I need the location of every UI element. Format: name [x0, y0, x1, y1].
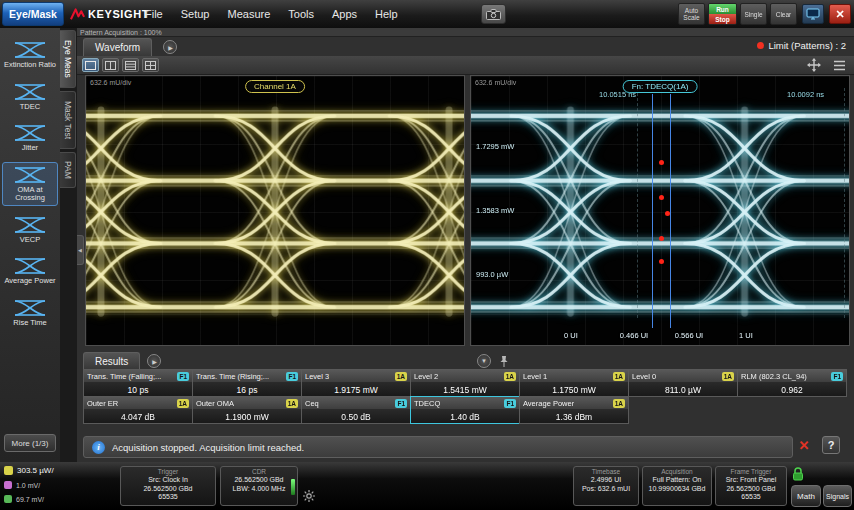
channel-scale-1a[interactable]: 303.5 µW/ — [4, 466, 54, 475]
lock-icon[interactable] — [792, 467, 804, 481]
pin-icon[interactable] — [499, 355, 509, 368]
layout-rows-button[interactable] — [122, 58, 139, 72]
help-button[interactable]: ? — [822, 436, 840, 454]
cdr-loop-bandwidth: LBW: 4.000 MHz — [221, 485, 297, 494]
screenshot-button[interactable] — [481, 4, 506, 24]
result-cell-outer-er[interactable]: Outer ER1A 4.047 dB — [83, 396, 193, 424]
info-icon: i — [92, 441, 105, 454]
source-badge-1a: 1A — [177, 399, 189, 408]
source-badge-channel-1a[interactable]: Channel 1A — [245, 80, 305, 93]
channel-scale-2[interactable]: 1.0 mV/ — [4, 481, 40, 489]
tab-waveform[interactable]: Waveform — [83, 38, 152, 56]
result-cell-ceq[interactable]: CeqF1 0.50 dB — [301, 396, 411, 424]
sidebar-item-oma-at-crossing[interactable]: OMA at Crossing — [2, 162, 58, 206]
timebase-panel[interactable]: Timebase 2.4996 UI Pos: 632.6 mUI — [573, 466, 639, 506]
result-cell-level-2[interactable]: Level 21A 1.5415 mW — [410, 369, 520, 397]
menu-measure[interactable]: Measure — [218, 5, 279, 23]
math-button[interactable]: Math — [791, 485, 821, 507]
signals-button[interactable]: Signals — [823, 485, 852, 507]
trigger-panel[interactable]: Trigger Src: Clock In 26.562500 GBd 6553… — [120, 466, 216, 506]
sidebar-item-extinction-ratio[interactable]: Extinction Ratio — [2, 37, 58, 73]
play-icon: ▶ — [168, 44, 173, 51]
sidebar-collapse-button[interactable]: ◀ — [77, 235, 84, 265]
sidebar-item-rise-time[interactable]: Rise Time — [2, 295, 58, 331]
result-cell-average-power[interactable]: Average Power1A 1.36 dBm — [519, 396, 629, 424]
results-collapse-button[interactable]: ▼ — [477, 354, 491, 368]
auto-scale-label-bottom: Scale — [683, 14, 699, 21]
layout-single-button[interactable] — [82, 58, 99, 72]
vertical-scale-label: 632.6 mU/div — [475, 79, 516, 86]
results-play-button[interactable]: ▶ — [147, 354, 161, 368]
tab-mask-test[interactable]: Mask Test — [60, 91, 76, 149]
result-cell-level-0[interactable]: Level 01A 811.0 µW — [628, 369, 738, 397]
layout-single-icon — [85, 61, 96, 70]
result-cell-rlm[interactable]: RLM (802.3 CL_94)F1 0.962 — [737, 369, 847, 397]
source-badge-f1: F1 — [504, 399, 516, 408]
menu-help[interactable]: Help — [366, 5, 407, 23]
sidebar-item-vecp[interactable]: VECP — [2, 212, 58, 248]
tab-results[interactable]: Results — [83, 352, 140, 369]
menu-bar: File Setup Measure Tools Apps Help — [136, 0, 407, 28]
result-value: 1.36 dBm — [520, 410, 628, 423]
more-measurements-button[interactable]: More (1/3) — [4, 434, 56, 452]
status-message: Acquisition stopped. Acquisition limit r… — [112, 442, 304, 453]
average-power-icon — [14, 256, 46, 276]
tab-eye-meas[interactable]: Eye Meas — [60, 30, 76, 88]
result-label: TDECQ — [414, 399, 440, 408]
run-stop-button[interactable]: RunStop — [708, 3, 737, 25]
eye-panel-tdecq[interactable]: 632.6 mU/div Fn: TDECQ(1A) 10.0515 ns 10… — [470, 75, 850, 346]
pam4-eye-diagram-yellow — [86, 76, 464, 345]
pam4-eye-diagram-cyan — [471, 76, 849, 345]
source-badge-1a: 1A — [722, 372, 734, 381]
eye-panel-channel-1a[interactable]: 632.6 mU/div Channel 1A — [85, 75, 465, 346]
acquisition-title: Acquisition — [643, 468, 711, 476]
result-value: 1.5415 mW — [411, 383, 519, 396]
channel-scale-label: 303.5 µW/ — [17, 466, 54, 475]
single-button[interactable]: Single — [740, 3, 767, 25]
channel-scale-label: 1.0 mV/ — [16, 482, 40, 489]
acquisition-panel[interactable]: Acquisition Full Pattern: On 10.99900634… — [642, 466, 712, 506]
sidebar-item-jitter[interactable]: Jitter — [2, 120, 58, 156]
ui-label-0466: 0.466 UI — [620, 331, 648, 340]
menu-apps[interactable]: Apps — [323, 5, 366, 23]
menu-setup[interactable]: Setup — [172, 5, 219, 23]
result-cell-level-1[interactable]: Level 11A 1.1750 mW — [519, 369, 629, 397]
tdecq-hit-dot — [659, 259, 664, 264]
result-cell-trans-time-falling[interactable]: Trans. Time (Falling;...F1 10 ps — [83, 369, 193, 397]
sidebar-item-average-power[interactable]: Average Power — [2, 253, 58, 289]
tdecq-hit-dot — [659, 160, 664, 165]
channel-scale-3[interactable]: 69.7 mV/ — [4, 495, 44, 503]
cdr-panel[interactable]: CDR 26.562500 GBd LBW: 4.000 MHz — [220, 466, 298, 506]
acquisition-error-icon[interactable]: ✕ — [796, 438, 812, 454]
frame-trigger-pattern-length: 65535 — [716, 493, 786, 502]
eye-mask-app-button[interactable]: Eye/Mask — [2, 2, 64, 26]
display-window-button[interactable] — [802, 4, 824, 24]
run-label: Run — [709, 4, 736, 14]
tab-pam[interactable]: PAM — [60, 152, 76, 188]
result-cell-level-3[interactable]: Level 31A 1.9175 mW — [301, 369, 411, 397]
layout-split-vertical-button[interactable] — [102, 58, 119, 72]
result-cell-trans-time-rising[interactable]: Trans. Time (Rising;...F1 16 ps — [192, 369, 302, 397]
menu-tools[interactable]: Tools — [279, 5, 323, 23]
cdr-title: CDR — [221, 468, 297, 476]
result-cell-tdecq[interactable]: TDECQF1 1.40 dB — [410, 396, 520, 424]
sidebar-item-tdec[interactable]: TDEC — [2, 79, 58, 115]
acquisition-rate: 10.99900634 GBd — [643, 485, 711, 494]
result-cell-outer-oma[interactable]: Outer OMA1A 1.1900 mW — [192, 396, 302, 424]
clear-button[interactable]: Clear — [770, 3, 797, 25]
vecp-icon — [14, 215, 46, 235]
menu-file[interactable]: File — [136, 5, 172, 23]
frame-trigger-title: Frame Trigger — [716, 468, 786, 476]
pattern-acquisition-progress: Pattern Acquisition : 100% — [77, 28, 854, 37]
auto-scale-button[interactable]: AutoScale — [678, 3, 705, 25]
move-icon[interactable] — [807, 58, 821, 72]
titlebar: Eye/Mask KEYSIGHT File Setup Measure Too… — [0, 0, 854, 28]
layout-quad-button[interactable] — [142, 58, 159, 72]
frame-trigger-panel[interactable]: Frame Trigger Src: Front Panel 26.562500… — [715, 466, 787, 506]
time-marker-line-right — [844, 88, 845, 318]
waveform-play-button[interactable]: ▶ — [163, 40, 177, 54]
close-button[interactable]: ✕ — [829, 4, 851, 24]
source-badge-1a: 1A — [286, 399, 298, 408]
menu-icon[interactable] — [833, 60, 846, 71]
gear-icon[interactable] — [303, 490, 315, 502]
